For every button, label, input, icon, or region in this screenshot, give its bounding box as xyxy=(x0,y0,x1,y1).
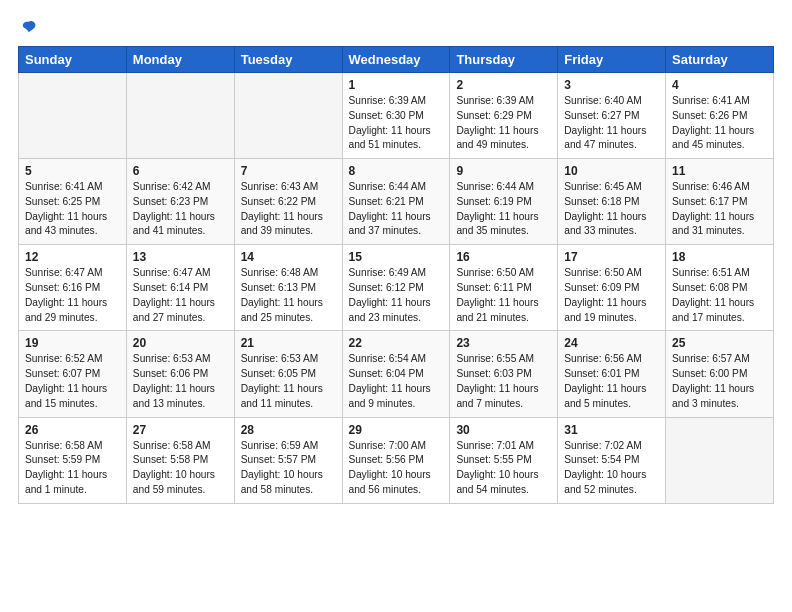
calendar-cell xyxy=(126,73,234,159)
calendar-cell: 22Sunrise: 6:54 AMSunset: 6:04 PMDayligh… xyxy=(342,331,450,417)
calendar-cell: 5Sunrise: 6:41 AMSunset: 6:25 PMDaylight… xyxy=(19,159,127,245)
day-number: 18 xyxy=(672,250,767,264)
day-number: 12 xyxy=(25,250,120,264)
calendar-cell: 8Sunrise: 6:44 AMSunset: 6:21 PMDaylight… xyxy=(342,159,450,245)
weekday-header-friday: Friday xyxy=(558,47,666,73)
calendar-cell: 19Sunrise: 6:52 AMSunset: 6:07 PMDayligh… xyxy=(19,331,127,417)
calendar-cell: 15Sunrise: 6:49 AMSunset: 6:12 PMDayligh… xyxy=(342,245,450,331)
day-content: Sunrise: 6:44 AMSunset: 6:21 PMDaylight:… xyxy=(349,180,444,239)
day-number: 21 xyxy=(241,336,336,350)
calendar-cell: 27Sunrise: 6:58 AMSunset: 5:58 PMDayligh… xyxy=(126,417,234,503)
calendar-table: SundayMondayTuesdayWednesdayThursdayFrid… xyxy=(18,46,774,504)
calendar-cell: 29Sunrise: 7:00 AMSunset: 5:56 PMDayligh… xyxy=(342,417,450,503)
day-content: Sunrise: 7:02 AMSunset: 5:54 PMDaylight:… xyxy=(564,439,659,498)
day-number: 23 xyxy=(456,336,551,350)
day-content: Sunrise: 6:59 AMSunset: 5:57 PMDaylight:… xyxy=(241,439,336,498)
day-content: Sunrise: 6:50 AMSunset: 6:09 PMDaylight:… xyxy=(564,266,659,325)
calendar-cell: 13Sunrise: 6:47 AMSunset: 6:14 PMDayligh… xyxy=(126,245,234,331)
day-content: Sunrise: 6:47 AMSunset: 6:14 PMDaylight:… xyxy=(133,266,228,325)
calendar-cell xyxy=(19,73,127,159)
logo-text xyxy=(18,18,38,36)
calendar-cell xyxy=(666,417,774,503)
logo-bird-icon xyxy=(20,18,38,36)
day-content: Sunrise: 6:39 AMSunset: 6:29 PMDaylight:… xyxy=(456,94,551,153)
calendar-cell: 24Sunrise: 6:56 AMSunset: 6:01 PMDayligh… xyxy=(558,331,666,417)
calendar-cell xyxy=(234,73,342,159)
day-number: 28 xyxy=(241,423,336,437)
day-content: Sunrise: 6:41 AMSunset: 6:25 PMDaylight:… xyxy=(25,180,120,239)
weekday-header-wednesday: Wednesday xyxy=(342,47,450,73)
day-content: Sunrise: 6:54 AMSunset: 6:04 PMDaylight:… xyxy=(349,352,444,411)
weekday-header-sunday: Sunday xyxy=(19,47,127,73)
day-number: 24 xyxy=(564,336,659,350)
day-content: Sunrise: 6:42 AMSunset: 6:23 PMDaylight:… xyxy=(133,180,228,239)
calendar-cell: 23Sunrise: 6:55 AMSunset: 6:03 PMDayligh… xyxy=(450,331,558,417)
calendar-cell: 10Sunrise: 6:45 AMSunset: 6:18 PMDayligh… xyxy=(558,159,666,245)
day-content: Sunrise: 6:49 AMSunset: 6:12 PMDaylight:… xyxy=(349,266,444,325)
day-content: Sunrise: 6:53 AMSunset: 6:06 PMDaylight:… xyxy=(133,352,228,411)
day-content: Sunrise: 6:57 AMSunset: 6:00 PMDaylight:… xyxy=(672,352,767,411)
day-number: 19 xyxy=(25,336,120,350)
day-content: Sunrise: 6:56 AMSunset: 6:01 PMDaylight:… xyxy=(564,352,659,411)
day-number: 14 xyxy=(241,250,336,264)
calendar-week-row: 12Sunrise: 6:47 AMSunset: 6:16 PMDayligh… xyxy=(19,245,774,331)
day-content: Sunrise: 6:55 AMSunset: 6:03 PMDaylight:… xyxy=(456,352,551,411)
day-number: 7 xyxy=(241,164,336,178)
day-content: Sunrise: 6:45 AMSunset: 6:18 PMDaylight:… xyxy=(564,180,659,239)
calendar-week-row: 1Sunrise: 6:39 AMSunset: 6:30 PMDaylight… xyxy=(19,73,774,159)
weekday-header-tuesday: Tuesday xyxy=(234,47,342,73)
calendar-cell: 9Sunrise: 6:44 AMSunset: 6:19 PMDaylight… xyxy=(450,159,558,245)
calendar-cell: 28Sunrise: 6:59 AMSunset: 5:57 PMDayligh… xyxy=(234,417,342,503)
day-content: Sunrise: 6:43 AMSunset: 6:22 PMDaylight:… xyxy=(241,180,336,239)
day-content: Sunrise: 6:52 AMSunset: 6:07 PMDaylight:… xyxy=(25,352,120,411)
calendar-cell: 20Sunrise: 6:53 AMSunset: 6:06 PMDayligh… xyxy=(126,331,234,417)
calendar-cell: 7Sunrise: 6:43 AMSunset: 6:22 PMDaylight… xyxy=(234,159,342,245)
calendar-week-row: 19Sunrise: 6:52 AMSunset: 6:07 PMDayligh… xyxy=(19,331,774,417)
weekday-header-monday: Monday xyxy=(126,47,234,73)
weekday-header-row: SundayMondayTuesdayWednesdayThursdayFrid… xyxy=(19,47,774,73)
calendar-cell: 17Sunrise: 6:50 AMSunset: 6:09 PMDayligh… xyxy=(558,245,666,331)
day-content: Sunrise: 6:40 AMSunset: 6:27 PMDaylight:… xyxy=(564,94,659,153)
calendar-cell: 26Sunrise: 6:58 AMSunset: 5:59 PMDayligh… xyxy=(19,417,127,503)
day-number: 11 xyxy=(672,164,767,178)
calendar-cell: 16Sunrise: 6:50 AMSunset: 6:11 PMDayligh… xyxy=(450,245,558,331)
calendar-cell: 30Sunrise: 7:01 AMSunset: 5:55 PMDayligh… xyxy=(450,417,558,503)
day-content: Sunrise: 6:39 AMSunset: 6:30 PMDaylight:… xyxy=(349,94,444,153)
calendar-cell: 21Sunrise: 6:53 AMSunset: 6:05 PMDayligh… xyxy=(234,331,342,417)
day-content: Sunrise: 6:58 AMSunset: 5:58 PMDaylight:… xyxy=(133,439,228,498)
day-number: 15 xyxy=(349,250,444,264)
calendar-cell: 12Sunrise: 6:47 AMSunset: 6:16 PMDayligh… xyxy=(19,245,127,331)
day-content: Sunrise: 7:01 AMSunset: 5:55 PMDaylight:… xyxy=(456,439,551,498)
day-number: 29 xyxy=(349,423,444,437)
day-content: Sunrise: 6:46 AMSunset: 6:17 PMDaylight:… xyxy=(672,180,767,239)
weekday-header-thursday: Thursday xyxy=(450,47,558,73)
calendar-week-row: 26Sunrise: 6:58 AMSunset: 5:59 PMDayligh… xyxy=(19,417,774,503)
day-number: 13 xyxy=(133,250,228,264)
day-content: Sunrise: 6:41 AMSunset: 6:26 PMDaylight:… xyxy=(672,94,767,153)
calendar-cell: 11Sunrise: 6:46 AMSunset: 6:17 PMDayligh… xyxy=(666,159,774,245)
day-number: 30 xyxy=(456,423,551,437)
calendar-cell: 14Sunrise: 6:48 AMSunset: 6:13 PMDayligh… xyxy=(234,245,342,331)
day-number: 6 xyxy=(133,164,228,178)
calendar-cell: 3Sunrise: 6:40 AMSunset: 6:27 PMDaylight… xyxy=(558,73,666,159)
day-number: 26 xyxy=(25,423,120,437)
calendar-cell: 31Sunrise: 7:02 AMSunset: 5:54 PMDayligh… xyxy=(558,417,666,503)
day-number: 27 xyxy=(133,423,228,437)
day-content: Sunrise: 6:51 AMSunset: 6:08 PMDaylight:… xyxy=(672,266,767,325)
day-number: 4 xyxy=(672,78,767,92)
calendar-cell: 18Sunrise: 6:51 AMSunset: 6:08 PMDayligh… xyxy=(666,245,774,331)
calendar-cell: 1Sunrise: 6:39 AMSunset: 6:30 PMDaylight… xyxy=(342,73,450,159)
day-number: 20 xyxy=(133,336,228,350)
logo xyxy=(18,18,38,36)
day-content: Sunrise: 6:47 AMSunset: 6:16 PMDaylight:… xyxy=(25,266,120,325)
day-number: 3 xyxy=(564,78,659,92)
calendar-cell: 25Sunrise: 6:57 AMSunset: 6:00 PMDayligh… xyxy=(666,331,774,417)
day-content: Sunrise: 7:00 AMSunset: 5:56 PMDaylight:… xyxy=(349,439,444,498)
day-number: 8 xyxy=(349,164,444,178)
day-number: 31 xyxy=(564,423,659,437)
day-number: 1 xyxy=(349,78,444,92)
day-content: Sunrise: 6:58 AMSunset: 5:59 PMDaylight:… xyxy=(25,439,120,498)
page: SundayMondayTuesdayWednesdayThursdayFrid… xyxy=(0,0,792,522)
day-number: 5 xyxy=(25,164,120,178)
day-number: 22 xyxy=(349,336,444,350)
